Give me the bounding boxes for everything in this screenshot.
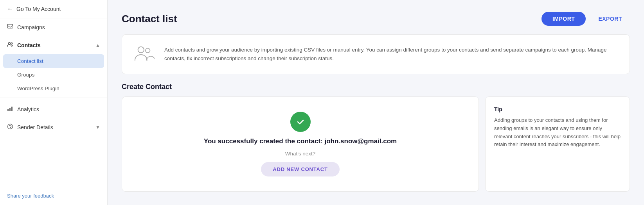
success-checkmark-icon — [290, 112, 311, 132]
go-to-my-account-button[interactable]: ← Go To My Account — [0, 0, 107, 18]
sidebar-item-campaigns[interactable]: Campaigns — [0, 18, 107, 36]
tip-text: Adding groups to your contacts and using… — [494, 116, 621, 149]
svg-point-2 — [11, 43, 13, 44]
sender-details-icon — [7, 123, 13, 131]
sidebar-section-contacts: Contacts ▲ Contact list Groups WordPress… — [0, 36, 107, 95]
contacts-chevron-icon: ▲ — [95, 43, 100, 48]
sidebar-section-analytics: Analytics — [0, 100, 107, 118]
sidebar-item-analytics[interactable]: Analytics — [0, 100, 107, 118]
info-card: Add contacts and grow your audience by i… — [122, 34, 630, 74]
back-label: Go To My Account — [16, 6, 61, 12]
svg-point-7 — [10, 128, 10, 128]
svg-rect-5 — [11, 107, 13, 111]
page-header: Contact list IMPORT EXPORT — [122, 12, 630, 26]
header-actions: IMPORT EXPORT — [541, 12, 630, 26]
groups-label: Groups — [17, 72, 34, 78]
share-feedback-link[interactable]: Share your feedback — [0, 187, 107, 205]
sidebar-sub-item-groups[interactable]: Groups — [0, 68, 107, 82]
sidebar-item-sender-details[interactable]: Sender Details ▼ — [0, 118, 107, 136]
svg-point-9 — [146, 48, 150, 53]
contacts-illustration-icon — [133, 43, 155, 65]
main-content: Contact list IMPORT EXPORT Add contacts … — [108, 0, 644, 205]
success-message: You successfully created the contact: jo… — [204, 137, 397, 145]
svg-rect-3 — [7, 109, 9, 111]
campaigns-label: Campaigns — [17, 24, 45, 30]
export-button[interactable]: EXPORT — [590, 12, 630, 26]
contacts-icon — [7, 41, 13, 49]
analytics-label: Analytics — [17, 106, 39, 112]
page-title: Contact list — [122, 13, 177, 25]
analytics-icon — [7, 105, 13, 113]
svg-point-8 — [138, 47, 144, 53]
sidebar-sub-item-wordpress-plugin[interactable]: WordPress Plugin — [0, 82, 107, 95]
sidebar-section-sender-details: Sender Details ▼ — [0, 118, 107, 136]
info-card-text: Add contacts and grow your audience by i… — [164, 46, 619, 62]
create-contact-row: You successfully created the contact: jo… — [122, 96, 630, 192]
whats-next-label: What's next? — [285, 151, 316, 157]
sender-details-label: Sender Details — [17, 124, 53, 130]
back-arrow-icon: ← — [7, 5, 13, 12]
sidebar-section-campaigns: Campaigns — [0, 18, 107, 36]
sidebar: ← Go To My Account Campaigns — [0, 0, 108, 205]
tip-title: Tip — [494, 106, 621, 112]
sidebar-divider — [0, 98, 107, 98]
import-button[interactable]: IMPORT — [541, 12, 586, 26]
sender-details-chevron-icon: ▼ — [95, 125, 100, 130]
success-card: You successfully created the contact: jo… — [122, 96, 479, 192]
svg-point-1 — [9, 43, 11, 45]
contact-list-label: Contact list — [17, 58, 43, 64]
add-new-contact-button[interactable]: ADD NEW CONTACT — [261, 162, 339, 176]
contacts-label: Contacts — [17, 42, 41, 48]
sidebar-sub-item-contact-list[interactable]: Contact list — [3, 54, 104, 68]
wordpress-plugin-label: WordPress Plugin — [17, 86, 59, 91]
svg-rect-4 — [9, 108, 11, 111]
tip-card: Tip Adding groups to your contacts and u… — [485, 96, 630, 192]
sidebar-item-contacts[interactable]: Contacts ▲ — [0, 36, 107, 54]
campaigns-icon — [7, 23, 13, 31]
create-contact-section-title: Create Contact — [122, 83, 630, 91]
